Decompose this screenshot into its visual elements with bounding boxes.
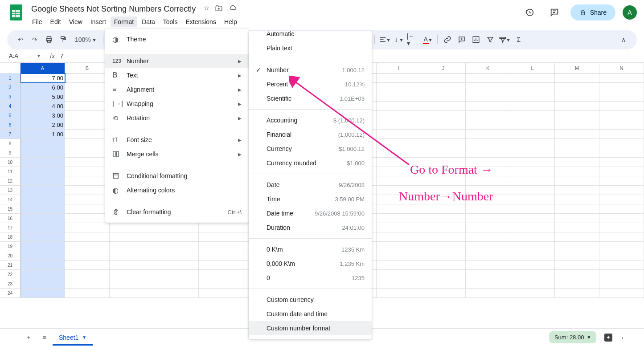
cell[interactable] bbox=[555, 251, 599, 261]
cell[interactable] bbox=[421, 279, 466, 289]
number-format-option[interactable]: Plain text bbox=[249, 41, 372, 55]
row-header[interactable]: 21 bbox=[0, 261, 21, 270]
cell[interactable] bbox=[65, 223, 110, 232]
sheet-tab[interactable]: Sheet1 ▼ bbox=[53, 330, 93, 346]
cell[interactable] bbox=[377, 251, 421, 261]
cell[interactable] bbox=[154, 251, 199, 261]
row-header[interactable]: 14 bbox=[0, 195, 21, 204]
cell[interactable] bbox=[555, 186, 599, 195]
cell[interactable] bbox=[21, 279, 65, 289]
cell[interactable] bbox=[421, 195, 466, 204]
cell[interactable] bbox=[21, 242, 65, 251]
menu-file[interactable]: File bbox=[29, 16, 46, 27]
cell[interactable] bbox=[466, 92, 510, 102]
row-header[interactable]: 12 bbox=[0, 176, 21, 186]
cell[interactable]: 2.00 bbox=[21, 120, 65, 130]
cell[interactable] bbox=[599, 195, 644, 204]
functions-button[interactable]: Σ bbox=[513, 33, 525, 46]
row-header[interactable]: 2 bbox=[0, 83, 21, 92]
cell[interactable] bbox=[599, 130, 644, 139]
cell[interactable] bbox=[599, 73, 644, 83]
cell[interactable] bbox=[599, 158, 644, 167]
cell[interactable] bbox=[21, 289, 65, 298]
cell[interactable] bbox=[21, 251, 65, 261]
cell[interactable] bbox=[65, 242, 110, 251]
insert-chart-button[interactable] bbox=[470, 33, 482, 46]
cell[interactable] bbox=[555, 195, 599, 204]
cell[interactable] bbox=[65, 139, 110, 148]
cell[interactable]: 3.00 bbox=[21, 111, 65, 120]
redo-button[interactable]: ↷ bbox=[29, 33, 41, 46]
collapse-toolbar-button[interactable]: ∧ bbox=[617, 33, 630, 46]
cell[interactable] bbox=[510, 214, 555, 223]
cell[interactable] bbox=[421, 111, 466, 120]
cell[interactable] bbox=[377, 289, 421, 298]
cell[interactable] bbox=[599, 83, 644, 92]
cell[interactable] bbox=[510, 289, 555, 298]
cell[interactable] bbox=[377, 167, 421, 176]
menu-help[interactable]: Help bbox=[221, 16, 241, 27]
cell[interactable] bbox=[466, 102, 510, 111]
cell[interactable] bbox=[599, 223, 644, 232]
cell[interactable] bbox=[65, 289, 110, 298]
cell[interactable] bbox=[510, 279, 555, 289]
cell[interactable] bbox=[555, 73, 599, 83]
cell[interactable] bbox=[21, 148, 65, 158]
number-format-option[interactable]: 0 K\m1235 Km bbox=[249, 242, 372, 256]
cell[interactable] bbox=[21, 204, 65, 214]
cell[interactable] bbox=[199, 232, 243, 242]
cell[interactable] bbox=[377, 279, 421, 289]
row-header[interactable]: 8 bbox=[0, 139, 21, 148]
cell[interactable] bbox=[65, 186, 110, 195]
cell[interactable] bbox=[555, 214, 599, 223]
cell[interactable] bbox=[466, 204, 510, 214]
share-button[interactable]: Share bbox=[570, 4, 615, 20]
cell[interactable] bbox=[599, 214, 644, 223]
row-header[interactable]: 9 bbox=[0, 148, 21, 158]
number-format-option[interactable]: Currency rounded$1,000 bbox=[249, 156, 372, 170]
row-header[interactable]: 13 bbox=[0, 186, 21, 195]
cell[interactable] bbox=[21, 214, 65, 223]
cell[interactable] bbox=[421, 214, 466, 223]
cell[interactable] bbox=[421, 130, 466, 139]
cell[interactable] bbox=[510, 73, 555, 83]
row-header[interactable]: 24 bbox=[0, 289, 21, 298]
cell[interactable] bbox=[466, 139, 510, 148]
number-format-option[interactable]: Duration24:01:00 bbox=[249, 220, 372, 235]
number-format-option[interactable]: Accounting$ (1,000.12) bbox=[249, 113, 372, 127]
cell[interactable] bbox=[65, 204, 110, 214]
cell[interactable] bbox=[377, 158, 421, 167]
cell[interactable] bbox=[466, 130, 510, 139]
menu-theme[interactable]: ◑Theme bbox=[105, 32, 249, 46]
cell[interactable] bbox=[421, 204, 466, 214]
filter-views-button[interactable]: ▾ bbox=[498, 33, 511, 46]
cell[interactable] bbox=[377, 186, 421, 195]
number-format-option[interactable]: Automatic bbox=[249, 27, 372, 41]
cell[interactable] bbox=[599, 270, 644, 279]
row-header[interactable]: 15 bbox=[0, 204, 21, 214]
cell[interactable] bbox=[65, 270, 110, 279]
menu-view[interactable]: View bbox=[66, 16, 86, 27]
cell[interactable] bbox=[510, 102, 555, 111]
cell[interactable] bbox=[110, 232, 154, 242]
cell[interactable] bbox=[555, 242, 599, 251]
cell[interactable] bbox=[466, 223, 510, 232]
cell[interactable] bbox=[421, 139, 466, 148]
row-header[interactable]: 23 bbox=[0, 279, 21, 289]
row-header[interactable]: 4 bbox=[0, 102, 21, 111]
cell[interactable] bbox=[65, 279, 110, 289]
paint-format-button[interactable] bbox=[57, 33, 70, 46]
number-format-option[interactable]: Time3:59:00 PM bbox=[249, 192, 372, 206]
cell[interactable] bbox=[555, 148, 599, 158]
number-format-option[interactable]: ✓Number1,000.12 bbox=[249, 63, 372, 77]
cell[interactable] bbox=[510, 242, 555, 251]
cell[interactable] bbox=[421, 242, 466, 251]
cell[interactable] bbox=[555, 270, 599, 279]
history-icon[interactable] bbox=[521, 4, 538, 21]
cell[interactable] bbox=[421, 270, 466, 279]
col-header[interactable]: J bbox=[421, 63, 466, 73]
menu-alternating-colors[interactable]: ◐Alternating colors bbox=[105, 183, 249, 197]
menu-clear-formatting[interactable]: Clear formattingCtrl+\ bbox=[105, 205, 249, 219]
cell[interactable] bbox=[110, 223, 154, 232]
cell[interactable] bbox=[110, 242, 154, 251]
